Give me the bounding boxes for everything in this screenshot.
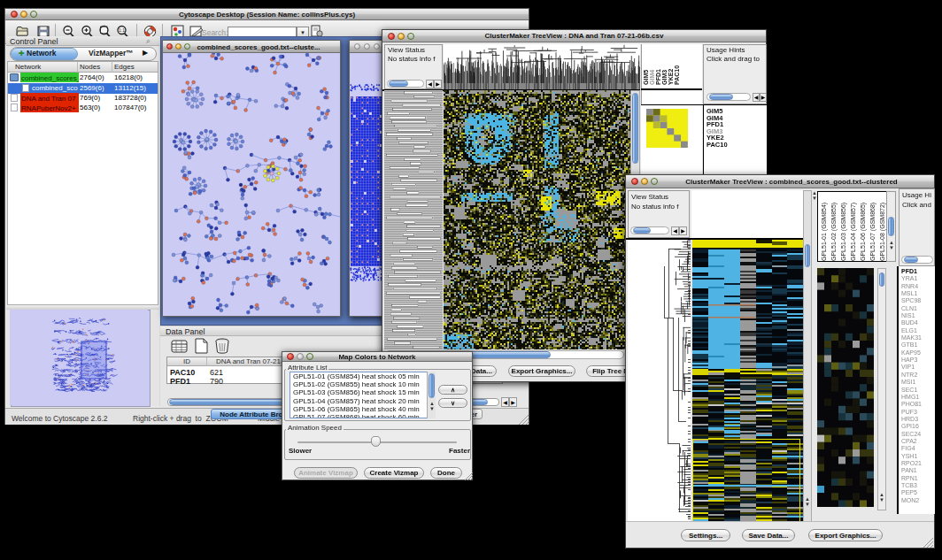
svg-text:1:1: 1:1 <box>119 27 125 33</box>
